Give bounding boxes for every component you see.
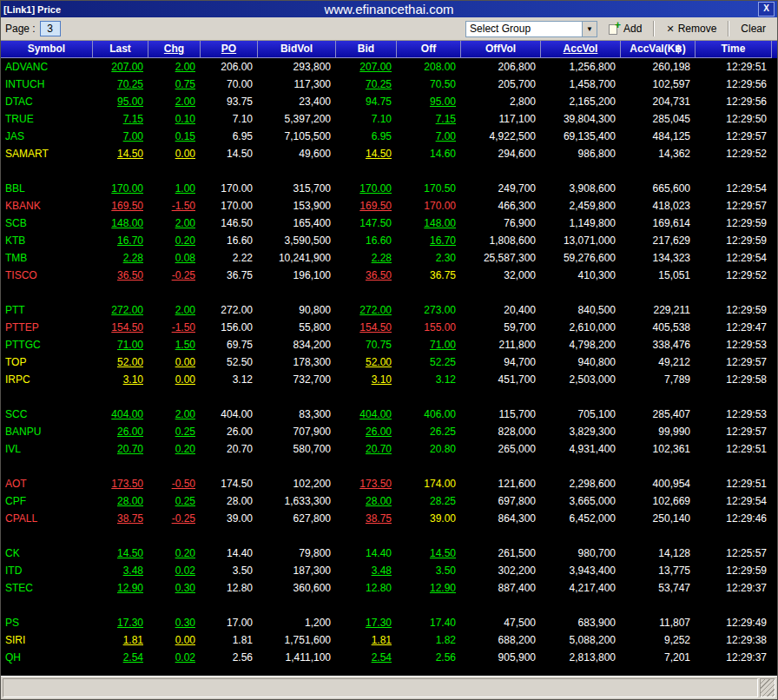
column-header-off[interactable]: Off	[397, 41, 461, 58]
cell-off[interactable]: 52.25	[397, 353, 461, 371]
cell-off[interactable]: 174.00	[397, 475, 461, 492]
cell-bid[interactable]: 17.30	[336, 614, 397, 631]
cell-chg[interactable]: -0.25	[148, 510, 201, 527]
cell-chg[interactable]: 0.25	[148, 423, 201, 440]
cell-symbol[interactable]: TISCO	[1, 267, 93, 284]
cell-chg[interactable]: 0.10	[148, 110, 201, 128]
cell-symbol[interactable]: SCC	[1, 406, 93, 423]
column-header-accvalk[interactable]: AccVal(K฿)	[621, 41, 696, 58]
cell-last[interactable]: 16.70	[93, 232, 148, 249]
cell-chg[interactable]: 0.25	[148, 492, 201, 510]
column-header-chg[interactable]: Chg	[148, 41, 201, 58]
cell-symbol[interactable]: IRPC	[1, 371, 93, 388]
cell-symbol[interactable]: DTAC	[1, 93, 93, 110]
cell-last[interactable]: 20.70	[93, 440, 148, 458]
cell-bid[interactable]: 28.00	[336, 492, 397, 510]
cell-chg[interactable]: 0.00	[148, 353, 201, 371]
cell-bid[interactable]: 6.95	[336, 128, 397, 145]
page-number-input[interactable]: 3	[40, 21, 61, 36]
cell-off[interactable]: 71.00	[397, 336, 461, 353]
cell-bid[interactable]: 12.80	[336, 579, 397, 597]
cell-last[interactable]: 154.50	[93, 319, 148, 336]
cell-symbol[interactable]: QH	[1, 649, 93, 666]
cell-off[interactable]: 7.00	[397, 128, 461, 145]
cell-chg[interactable]: 2.00	[148, 93, 201, 110]
column-header-offvol[interactable]: OffVol	[461, 41, 541, 58]
cell-bid[interactable]: 14.50	[336, 145, 397, 162]
cell-bid[interactable]: 1.81	[336, 631, 397, 649]
clear-button[interactable]: Clear	[734, 19, 773, 38]
cell-off[interactable]: 16.70	[397, 232, 461, 249]
cell-bid[interactable]: 404.00	[336, 406, 397, 423]
cell-off[interactable]: 208.00	[397, 58, 461, 76]
cell-symbol[interactable]: KBANK	[1, 197, 93, 215]
cell-off[interactable]: 28.25	[397, 492, 461, 510]
cell-last[interactable]: 7.15	[93, 110, 148, 128]
cell-last[interactable]: 14.50	[93, 145, 148, 162]
cell-symbol[interactable]: AOT	[1, 475, 93, 492]
cell-off[interactable]: 70.50	[397, 76, 461, 93]
cell-symbol[interactable]: PS	[1, 614, 93, 631]
cell-bid[interactable]: 3.48	[336, 562, 397, 579]
cell-last[interactable]: 52.00	[93, 353, 148, 371]
cell-off[interactable]: 95.00	[397, 93, 461, 110]
cell-bid[interactable]: 16.60	[336, 232, 397, 249]
cell-chg[interactable]: 0.75	[148, 76, 201, 93]
cell-symbol[interactable]: JAS	[1, 128, 93, 145]
cell-chg[interactable]: 0.30	[148, 579, 201, 597]
cell-off[interactable]: 2.30	[397, 249, 461, 267]
cell-off[interactable]: 12.90	[397, 579, 461, 597]
cell-chg[interactable]: -0.25	[148, 267, 201, 284]
cell-symbol[interactable]: CPALL	[1, 510, 93, 527]
cell-off[interactable]: 2.56	[397, 649, 461, 666]
cell-chg[interactable]: 0.00	[148, 371, 201, 388]
cell-chg[interactable]: 2.00	[148, 301, 201, 319]
cell-last[interactable]: 17.30	[93, 614, 148, 631]
cell-symbol[interactable]: SAMART	[1, 145, 93, 162]
cell-off[interactable]: 148.00	[397, 215, 461, 232]
cell-symbol[interactable]: SCB	[1, 215, 93, 232]
cell-bid[interactable]: 173.50	[336, 475, 397, 492]
cell-off[interactable]: 170.50	[397, 180, 461, 197]
cell-off[interactable]: 406.00	[397, 406, 461, 423]
cell-chg[interactable]: 1.50	[148, 336, 201, 353]
cell-symbol[interactable]: CPF	[1, 492, 93, 510]
cell-symbol[interactable]: PTTGC	[1, 336, 93, 353]
cell-symbol[interactable]: CK	[1, 545, 93, 562]
cell-symbol[interactable]: TRUE	[1, 110, 93, 128]
cell-off[interactable]: 3.50	[397, 562, 461, 579]
cell-last[interactable]: 7.00	[93, 128, 148, 145]
cell-off[interactable]: 7.15	[397, 110, 461, 128]
cell-off[interactable]: 26.25	[397, 423, 461, 440]
cell-last[interactable]: 95.00	[93, 93, 148, 110]
cell-last[interactable]: 2.28	[93, 249, 148, 267]
cell-last[interactable]: 38.75	[93, 510, 148, 527]
add-button[interactable]: Add	[602, 19, 649, 38]
cell-symbol[interactable]: TMB	[1, 249, 93, 267]
cell-bid[interactable]: 169.50	[336, 197, 397, 215]
cell-symbol[interactable]: ADVANC	[1, 58, 93, 76]
cell-last[interactable]: 3.48	[93, 562, 148, 579]
cell-bid[interactable]: 36.50	[336, 267, 397, 284]
cell-bid[interactable]: 272.00	[336, 301, 397, 319]
cell-symbol[interactable]: IVL	[1, 440, 93, 458]
column-header-symbol[interactable]: Symbol	[1, 41, 93, 58]
column-header-last[interactable]: Last	[93, 41, 148, 58]
cell-last[interactable]: 170.00	[93, 180, 148, 197]
cell-chg[interactable]: 2.00	[148, 215, 201, 232]
cell-chg[interactable]: -0.50	[148, 475, 201, 492]
cell-bid[interactable]: 20.70	[336, 440, 397, 458]
column-header-bid[interactable]: Bid	[336, 41, 397, 58]
cell-last[interactable]: 148.00	[93, 215, 148, 232]
cell-bid[interactable]: 52.00	[336, 353, 397, 371]
cell-off[interactable]: 39.00	[397, 510, 461, 527]
cell-chg[interactable]: 0.00	[148, 145, 201, 162]
cell-bid[interactable]: 147.50	[336, 215, 397, 232]
cell-chg[interactable]: 0.08	[148, 249, 201, 267]
cell-symbol[interactable]: ITD	[1, 562, 93, 579]
cell-off[interactable]: 14.60	[397, 145, 461, 162]
remove-button[interactable]: ✕ Remove	[659, 19, 723, 38]
cell-symbol[interactable]: PTT	[1, 301, 93, 319]
column-header-accvol[interactable]: AccVol	[541, 41, 621, 58]
cell-symbol[interactable]: INTUCH	[1, 76, 93, 93]
